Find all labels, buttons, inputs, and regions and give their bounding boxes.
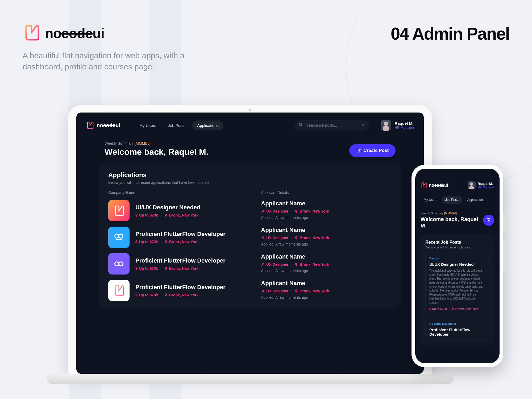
application-row[interactable]: Proficient FlutterFlow Developer $ Up to… — [108, 227, 392, 248]
create-icon — [486, 218, 491, 223]
pin-icon — [164, 293, 168, 297]
svg-point-13 — [262, 236, 264, 238]
job-meta: $Up to $70k Bronx, New York — [429, 307, 485, 310]
panel-subtitle: Below you will find recent job posts.. — [425, 246, 489, 249]
panel-subtitle: Below you will find recent applications … — [108, 180, 392, 185]
avatar — [468, 181, 476, 189]
svg-point-6 — [165, 214, 166, 215]
applied-time: Applied: A few moments ago — [261, 215, 392, 220]
job-category: No Code Developer — [429, 322, 485, 325]
job-title: Proficient FlutterFlow Developer — [429, 327, 485, 336]
applicant-meta: UX Designer Bronx, New York — [261, 262, 392, 267]
svg-point-21 — [262, 290, 264, 291]
phone-nav: My Users Job Posts Applications — [421, 196, 494, 204]
summary-tag: Weekly Summary [MMMEd] — [421, 212, 483, 215]
user-icon — [261, 263, 265, 266]
search-box[interactable]: ✕ — [294, 120, 369, 131]
col-company: Company Name — [108, 190, 256, 195]
company-tile — [108, 280, 130, 301]
job-meta: $ Up to $70k Bronx, New York — [135, 266, 226, 271]
pin-icon — [164, 240, 168, 244]
phone-logo[interactable]: nocodeui — [421, 182, 448, 189]
pin-icon — [294, 263, 298, 266]
user-icon — [261, 289, 265, 293]
applicant-meta: UX Designer Bronx, New York — [261, 289, 392, 293]
nav-job-posts[interactable]: Job Posts — [163, 120, 190, 130]
create-post-label: Create Post — [364, 148, 389, 153]
user-role: HR Manager — [394, 126, 414, 130]
job-title: Proficient FlutterFlow Developer — [135, 284, 226, 291]
main-nav: My Users Job Posts Applications — [135, 120, 223, 130]
summary-tag: Weekly Summary [MMMEd] — [105, 141, 209, 146]
topbar: nocodeui My Users Job Posts Applications… — [86, 120, 414, 131]
page-header: nocodeui A beautiful flat navigation for… — [23, 24, 509, 72]
welcome-row: Weekly Summary [MMMEd] Welcome back, Raq… — [86, 141, 414, 157]
user-icon — [261, 236, 265, 240]
create-post-button[interactable]: Create Post — [349, 144, 396, 157]
user-menu[interactable]: Raquel M. HR Manager — [381, 120, 414, 131]
dollar-icon: $ — [135, 293, 138, 297]
applicant-name: Applicant Name — [261, 200, 392, 207]
job-title: UI/UX Designer Needed — [135, 204, 201, 211]
phone-user-menu[interactable]: Raquel M. HR Manager — [468, 181, 494, 189]
svg-point-15 — [115, 262, 119, 266]
nav-applications[interactable]: Applications — [192, 120, 223, 130]
logo-icon — [23, 24, 40, 43]
panel-title: Applications — [108, 171, 392, 179]
user-name: Raquel M. — [478, 182, 494, 186]
phone-topbar: nocodeui Raquel M. HR Manager — [421, 181, 494, 189]
applied-time: Applied: A few moments ago — [261, 242, 392, 246]
svg-point-19 — [296, 264, 297, 264]
tagline: A beautiful flat navigation for web apps… — [23, 50, 214, 72]
phone-welcome-row: Weekly Summary [MMMEd] Welcome back, Raq… — [421, 212, 494, 229]
svg-point-20 — [165, 294, 166, 295]
application-row[interactable]: Proficient FlutterFlow Developer $ Up to… — [108, 280, 392, 301]
app-brand-text: nocodeui — [97, 122, 120, 128]
application-row[interactable]: UI/UX Designer Needed $ Up to $70k Bronx… — [108, 200, 392, 221]
job-card[interactable]: Design UI/UX Designer Needed The individ… — [425, 253, 489, 314]
nav-job-posts[interactable]: Job Posts — [442, 196, 463, 204]
user-icon — [261, 209, 265, 213]
applied-time: Applied: A few moments ago — [261, 269, 392, 273]
nav-my-users[interactable]: My Users — [421, 196, 440, 204]
dollar-icon: $ — [429, 307, 431, 310]
svg-point-10 — [119, 234, 123, 238]
phone-brand-text: nocodeui — [429, 183, 448, 188]
job-desc: The individual selected for this role wi… — [429, 269, 485, 305]
svg-point-7 — [262, 210, 264, 211]
pin-icon — [451, 307, 454, 310]
app-logo[interactable]: nocodeui — [86, 121, 120, 129]
pin-icon — [164, 213, 168, 217]
clear-icon[interactable]: ✕ — [361, 123, 365, 128]
svg-point-8 — [296, 210, 297, 211]
nav-my-users[interactable]: My Users — [135, 120, 161, 130]
columns-header: Company Name Applicant Details — [108, 190, 392, 195]
application-row[interactable]: Proficient FlutterFlow Developer $ Up to… — [108, 253, 392, 275]
job-card[interactable]: No Code Developer Proficient FlutterFlow… — [425, 318, 489, 340]
laptop-screen: nocodeui My Users Job Posts Applications… — [76, 113, 424, 374]
create-icon — [356, 148, 361, 153]
company-tile — [108, 227, 130, 248]
pin-icon — [294, 236, 298, 240]
svg-point-9 — [115, 234, 119, 238]
user-name: Raquel M. — [394, 121, 414, 126]
job-category: Design — [429, 257, 485, 260]
avatar — [381, 120, 391, 131]
applications-panel: Applications Below you will find recent … — [99, 164, 401, 308]
pin-icon — [294, 289, 298, 293]
svg-point-16 — [119, 262, 123, 266]
brand-text: nocodeui — [45, 25, 104, 41]
nav-applications[interactable]: Applications — [464, 196, 488, 204]
applicant-meta: UX Designer Bronx, New York — [261, 236, 392, 240]
company-tile — [108, 253, 130, 275]
pin-icon — [164, 267, 168, 270]
create-post-fab[interactable] — [483, 215, 494, 226]
svg-point-5 — [359, 149, 360, 149]
search-input[interactable] — [306, 123, 358, 127]
laptop-camera — [249, 109, 251, 111]
pin-icon — [294, 209, 298, 213]
svg-point-0 — [299, 123, 302, 126]
svg-point-17 — [165, 268, 166, 268]
job-meta: $ Up to $70k Bronx, New York — [135, 240, 226, 244]
search-icon — [299, 123, 303, 128]
